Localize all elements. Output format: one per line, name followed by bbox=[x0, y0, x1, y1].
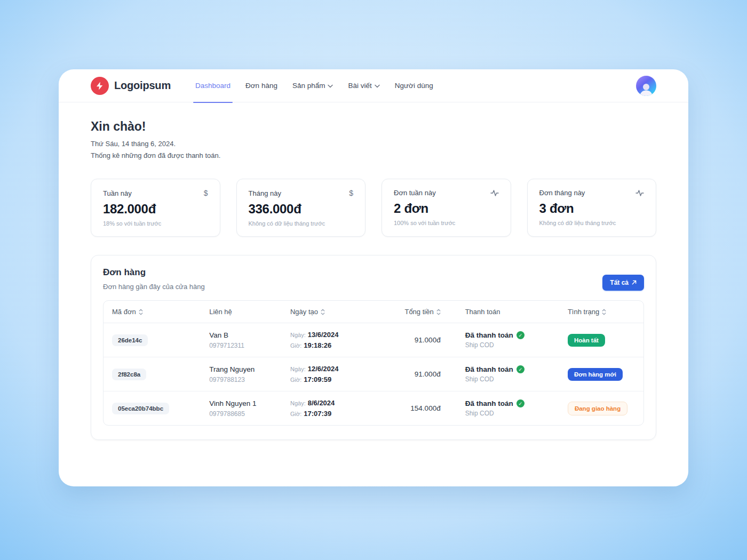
order-id-badge: 05eca20b74bbc bbox=[112, 403, 169, 414]
stat-note: Không có dữ liệu tháng trước bbox=[249, 220, 354, 227]
ship-method: Ship COD bbox=[465, 375, 543, 383]
chevron-down-icon bbox=[375, 84, 380, 88]
order-id-badge: 2f82c8a bbox=[112, 369, 146, 380]
stat-value: 2 đơn bbox=[394, 201, 499, 216]
stat-label: Tuần này bbox=[103, 189, 132, 197]
stat-label: Tháng này bbox=[249, 189, 281, 197]
status-badge: Hoàn tất bbox=[568, 334, 605, 347]
view-all-button[interactable]: Tất cả bbox=[602, 275, 644, 291]
stat-label: Đơn tháng này bbox=[539, 189, 585, 197]
column-header-status[interactable]: Tình trạng bbox=[552, 301, 643, 323]
view-all-label: Tất cả bbox=[610, 279, 629, 286]
nav-item-dashboard[interactable]: Dashboard bbox=[188, 69, 238, 102]
orders-table: Mã đơn Liên hệ Ngày tạo Tổng tiền bbox=[103, 300, 644, 426]
order-total: 91.000đ bbox=[390, 357, 449, 391]
nav-item-users[interactable]: Người dùng bbox=[387, 69, 441, 102]
nav-item-products[interactable]: Sản phẩm bbox=[285, 69, 341, 102]
check-circle-icon: ✓ bbox=[516, 365, 525, 373]
column-header-created[interactable]: Ngày tạo bbox=[282, 301, 390, 323]
activity-icon bbox=[635, 189, 644, 197]
order-total: 91.000đ bbox=[390, 323, 449, 357]
orders-section: Đơn hàng Đơn hàng gần đây của cửa hàng T… bbox=[91, 255, 656, 440]
stat-card-month-revenue: Tháng này $ 336.000đ Không có dữ liệu th… bbox=[236, 179, 366, 237]
stat-value: 336.000đ bbox=[249, 202, 354, 217]
stats-row: Tuần này $ 182.000đ 18% so với tuần trướ… bbox=[91, 179, 656, 237]
created-time: Giờ:17:09:59 bbox=[290, 375, 381, 383]
arrow-up-right-icon bbox=[632, 279, 637, 286]
nav-item-label: Sản phẩm bbox=[292, 82, 325, 90]
contact-name: Trang Nguyen bbox=[209, 365, 273, 373]
stat-card-month-orders: Đơn tháng này 3 đơn Không có dữ liệu thá… bbox=[527, 179, 657, 237]
chevron-down-icon bbox=[328, 84, 333, 88]
stat-label: Đơn tuần này bbox=[394, 189, 436, 197]
nav-item-label: Đơn hàng bbox=[245, 82, 277, 90]
stat-note: 18% so với tuần trước bbox=[103, 220, 208, 227]
user-avatar[interactable] bbox=[636, 76, 656, 96]
brand-logo[interactable]: Logoipsum bbox=[91, 77, 171, 95]
nav-item-label: Người dùng bbox=[395, 82, 433, 90]
table-row[interactable]: 05eca20b74bbc Vinh Nguyen 1 0979788685 N… bbox=[104, 391, 643, 426]
stat-note: 100% so với tuần trước bbox=[394, 220, 499, 226]
ship-method: Ship COD bbox=[465, 410, 543, 417]
order-total: 154.000đ bbox=[390, 391, 449, 426]
activity-icon bbox=[490, 189, 499, 197]
created-date: Ngày:8/6/2024 bbox=[290, 399, 381, 407]
payment-status: Đã thanh toán ✓ bbox=[465, 399, 543, 407]
page-title: Xin chào! bbox=[91, 119, 656, 134]
sort-icon[interactable] bbox=[436, 309, 441, 315]
order-id-badge: 26de14c bbox=[112, 334, 148, 346]
nav-item-label: Dashboard bbox=[195, 82, 231, 90]
status-badge: Đang giao hàng bbox=[568, 402, 627, 415]
orders-subtitle: Đơn hàng gần đây của cửa hàng bbox=[103, 283, 205, 291]
column-header-total[interactable]: Tổng tiền bbox=[390, 301, 449, 323]
main-nav: Dashboard Đơn hàng Sản phẩm Bài viết Ngư… bbox=[188, 69, 441, 102]
sort-icon[interactable] bbox=[321, 309, 325, 315]
greeting-block: Xin chào! Thứ Sáu, 14 tháng 6, 2024. Thố… bbox=[91, 119, 656, 159]
stat-card-week-revenue: Tuần này $ 182.000đ 18% so với tuần trướ… bbox=[91, 179, 220, 237]
contact-name: Vinh Nguyen 1 bbox=[209, 399, 273, 407]
contact-phone: 0979788123 bbox=[209, 376, 273, 383]
created-time: Giờ:19:18:26 bbox=[290, 341, 381, 349]
column-header-order-id[interactable]: Mã đơn bbox=[104, 301, 201, 323]
dashboard-panel: Logoipsum Dashboard Đơn hàng Sản phẩm Bà… bbox=[59, 69, 688, 486]
greeting-note: Thống kê những đơn đã được thanh toán. bbox=[91, 151, 656, 159]
column-header-payment: Thanh toán bbox=[449, 301, 552, 323]
created-date: Ngày:12/6/2024 bbox=[290, 365, 381, 373]
dollar-icon: $ bbox=[204, 189, 208, 197]
created-date: Ngày:13/6/2024 bbox=[290, 331, 381, 339]
orders-heading: Đơn hàng Đơn hàng gần đây của cửa hàng bbox=[103, 267, 205, 291]
contact-name: Van B bbox=[209, 331, 273, 339]
created-time: Giờ:17:07:39 bbox=[290, 410, 381, 418]
contact-phone: 0979712311 bbox=[209, 342, 273, 349]
orders-title: Đơn hàng bbox=[103, 267, 205, 278]
stat-value: 3 đơn bbox=[539, 201, 645, 216]
nav-item-label: Bài viết bbox=[348, 82, 371, 90]
top-navigation-bar: Logoipsum Dashboard Đơn hàng Sản phẩm Bà… bbox=[59, 69, 688, 102]
stat-value: 182.000đ bbox=[103, 202, 208, 217]
greeting-date: Thứ Sáu, 14 tháng 6, 2024. bbox=[91, 140, 656, 148]
table-row[interactable]: 26de14c Van B 0979712311 Ngày:13/6/2024 … bbox=[104, 323, 643, 357]
check-circle-icon: ✓ bbox=[516, 399, 525, 407]
payment-status: Đã thanh toán ✓ bbox=[465, 365, 543, 373]
stat-card-week-orders: Đơn tuần này 2 đơn 100% so với tuần trướ… bbox=[382, 179, 511, 237]
contact-phone: 0979788685 bbox=[209, 410, 273, 418]
check-circle-icon: ✓ bbox=[516, 331, 525, 339]
sort-icon[interactable] bbox=[602, 309, 606, 315]
sort-icon[interactable] bbox=[139, 309, 143, 315]
stat-note: Không có dữ liệu tháng trước bbox=[539, 220, 645, 226]
status-badge: Đơn hàng mới bbox=[568, 368, 623, 381]
nav-item-orders[interactable]: Đơn hàng bbox=[238, 69, 285, 102]
column-header-contact: Liên hệ bbox=[201, 301, 282, 323]
dollar-icon: $ bbox=[349, 189, 353, 197]
main-content: Xin chào! Thứ Sáu, 14 tháng 6, 2024. Thố… bbox=[59, 119, 688, 440]
ship-method: Ship COD bbox=[465, 341, 543, 349]
brand-name: Logoipsum bbox=[114, 79, 171, 92]
payment-status: Đã thanh toán ✓ bbox=[465, 331, 543, 339]
table-header-row: Mã đơn Liên hệ Ngày tạo Tổng tiền bbox=[104, 301, 643, 323]
lightning-bolt-icon bbox=[91, 77, 109, 95]
table-row[interactable]: 2f82c8a Trang Nguyen 0979788123 Ngày:12/… bbox=[104, 357, 643, 391]
nav-item-posts[interactable]: Bài viết bbox=[340, 69, 387, 102]
